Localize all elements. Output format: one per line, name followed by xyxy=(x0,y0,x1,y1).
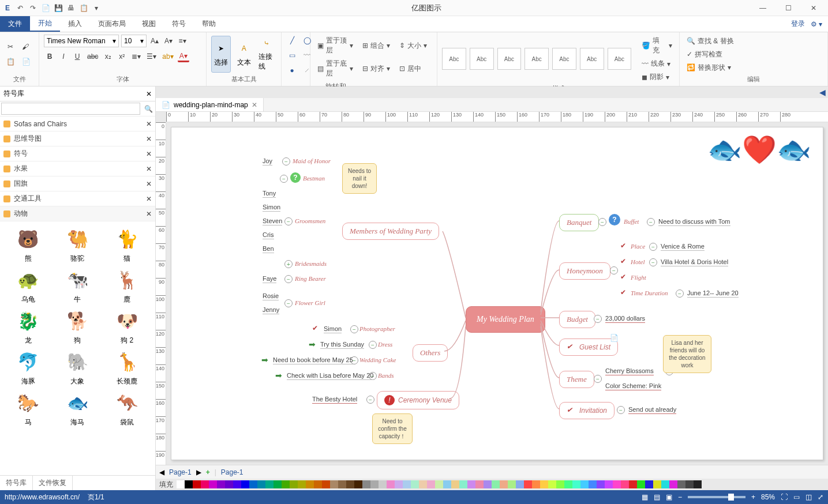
toggle-banquet[interactable]: − xyxy=(598,218,606,226)
color-swatch[interactable] xyxy=(516,480,524,488)
label-ringbearer[interactable]: Ring Bearer xyxy=(295,275,326,282)
cat-sofas[interactable]: Sofas and Chairs✕ xyxy=(0,116,155,131)
label-dress[interactable]: Dress xyxy=(378,341,392,348)
color-swatch[interactable] xyxy=(427,480,435,488)
cat-flag[interactable]: 国旗✕ xyxy=(0,176,155,191)
label-hotelv[interactable]: Villa Hotel & Doris Hotel xyxy=(661,258,728,266)
color-swatch[interactable] xyxy=(572,480,580,488)
align-button[interactable]: ≡▾ xyxy=(177,35,188,47)
color-swatch[interactable] xyxy=(467,480,475,488)
fit-page-icon[interactable]: ⛶ xyxy=(781,493,788,501)
view-mode-3-icon[interactable]: ▣ xyxy=(666,493,672,501)
label-bookbefore[interactable]: Need to book before May 25 xyxy=(273,356,353,364)
login-link[interactable]: 登录 xyxy=(791,19,805,29)
symbol-deer[interactable]: 🦌鹿 xyxy=(104,266,150,304)
color-swatch[interactable] xyxy=(451,480,459,488)
node-members[interactable]: Members of Wedding Party xyxy=(342,223,439,240)
color-swatch[interactable] xyxy=(645,480,653,488)
color-swatch[interactable] xyxy=(362,480,370,488)
toggle-ringbearer[interactable]: − xyxy=(284,275,293,283)
label-rosie[interactable]: Rosie xyxy=(263,292,279,300)
color-swatch[interactable] xyxy=(282,480,290,488)
label-place[interactable]: Place xyxy=(631,243,645,250)
color-swatch[interactable] xyxy=(209,480,217,488)
color-swatch[interactable] xyxy=(330,480,338,488)
color-swatch[interactable] xyxy=(233,480,241,488)
color-swatch[interactable] xyxy=(193,480,201,488)
size-button[interactable]: ⇕ 大小 ▾ xyxy=(397,35,432,57)
color-swatch[interactable] xyxy=(613,480,621,488)
label-cris[interactable]: Cris xyxy=(263,231,274,239)
tab-view[interactable]: 视图 xyxy=(134,16,164,32)
toggle-buffet[interactable]: − xyxy=(647,218,655,226)
zoom-in-button[interactable]: + xyxy=(751,493,755,501)
symbol-cat[interactable]: 🐈猫 xyxy=(104,225,150,264)
symbol-camel[interactable]: 🐫骆驼 xyxy=(54,225,100,264)
color-swatch[interactable] xyxy=(694,480,702,488)
label-budgetv[interactable]: 23,000 dollars xyxy=(605,315,645,323)
toggle-invitation[interactable]: − xyxy=(617,406,625,414)
paste-button[interactable]: 📋 xyxy=(78,3,89,13)
toggle-budget[interactable]: − xyxy=(594,315,602,323)
toggle-maid[interactable]: − xyxy=(282,157,290,166)
expand-panel-icon[interactable]: ◀ xyxy=(156,86,828,98)
shadow-button[interactable]: ◼ 阴影 ▾ xyxy=(639,71,675,83)
color-swatch[interactable] xyxy=(273,480,282,488)
symbol-bear[interactable]: 🐻熊 xyxy=(5,225,51,264)
style-preset-6[interactable]: Abc xyxy=(580,48,604,70)
toggle-bestman[interactable]: − xyxy=(280,175,288,183)
color-swatch[interactable] xyxy=(217,480,225,488)
label-cake[interactable]: Wedding Cake xyxy=(359,356,396,363)
redo-button[interactable]: ↷ xyxy=(28,3,38,13)
label-theme2[interactable]: Color Scheme: Pink xyxy=(605,382,661,390)
color-swatch[interactable] xyxy=(500,480,508,488)
color-swatch[interactable] xyxy=(685,480,694,488)
sup-button[interactable]: x² xyxy=(116,51,128,62)
color-swatch[interactable] xyxy=(306,480,314,488)
tab-start[interactable]: 开始 xyxy=(30,16,60,32)
color-swatch[interactable] xyxy=(564,480,572,488)
color-swatch[interactable] xyxy=(370,480,379,488)
color-swatch[interactable] xyxy=(265,480,273,488)
color-swatch[interactable] xyxy=(346,480,354,488)
undo-button[interactable]: ↶ xyxy=(15,3,25,13)
sticky-bestman[interactable]: Needs to nail it down! xyxy=(342,163,377,194)
color-swatch[interactable] xyxy=(597,480,605,488)
increase-font-button[interactable]: A▴ xyxy=(149,35,160,47)
note-icon[interactable]: 📄 xyxy=(610,334,619,342)
color-swatch[interactable] xyxy=(338,480,346,488)
color-swatch[interactable] xyxy=(637,480,645,488)
color-swatch[interactable] xyxy=(621,480,629,488)
style-preset-3[interactable]: Abc xyxy=(497,48,522,70)
save-button[interactable]: 💾 xyxy=(53,3,63,13)
label-discuss[interactable]: Need to discuss with Tom xyxy=(658,218,730,226)
highlight-button[interactable]: ab▾ xyxy=(160,51,175,62)
symbol-dolphin[interactable]: 🐬海豚 xyxy=(5,348,51,386)
page-nav-next-icon[interactable]: ▶ xyxy=(196,468,201,476)
sub-button[interactable]: x₂ xyxy=(102,51,114,62)
style-preset-7[interactable]: Abc xyxy=(608,48,632,70)
group-button[interactable]: ⊞ 组合 ▾ xyxy=(360,35,392,57)
connector-tool-button[interactable]: ⤷连接线 xyxy=(257,36,276,73)
copy-button[interactable]: 📋 xyxy=(5,56,17,67)
color-swatch[interactable] xyxy=(290,480,298,488)
label-ben[interactable]: Ben xyxy=(263,245,274,253)
label-joy[interactable]: Joy xyxy=(263,157,272,166)
label-flight[interactable]: Flight xyxy=(631,274,646,281)
tab-symbol[interactable]: 符号 xyxy=(164,16,194,32)
paste2-button[interactable]: 📄 xyxy=(20,56,32,67)
cat-fruit[interactable]: 水果✕ xyxy=(0,161,155,176)
cat-transport[interactable]: 交通工具✕ xyxy=(0,191,155,206)
list-button[interactable]: ☰▾ xyxy=(145,51,158,62)
symbol-dog[interactable]: 🐕狗 xyxy=(54,307,100,345)
toggle-photographer[interactable]: − xyxy=(350,325,358,333)
label-duration[interactable]: Time Duration xyxy=(631,289,668,296)
color-swatch[interactable] xyxy=(475,480,484,488)
symbol-turtle[interactable]: 🐢乌龟 xyxy=(5,266,51,304)
label-maid[interactable]: Maid of Honor xyxy=(293,157,331,164)
new-button[interactable]: 📄 xyxy=(40,3,51,13)
label-steven[interactable]: Steven xyxy=(263,217,282,225)
label-checklisa[interactable]: Check with Lisa before May 20 xyxy=(287,372,373,380)
label-photographer[interactable]: Photographer xyxy=(359,325,395,332)
fill-button[interactable]: 🪣 填充 ▾ xyxy=(639,35,675,57)
